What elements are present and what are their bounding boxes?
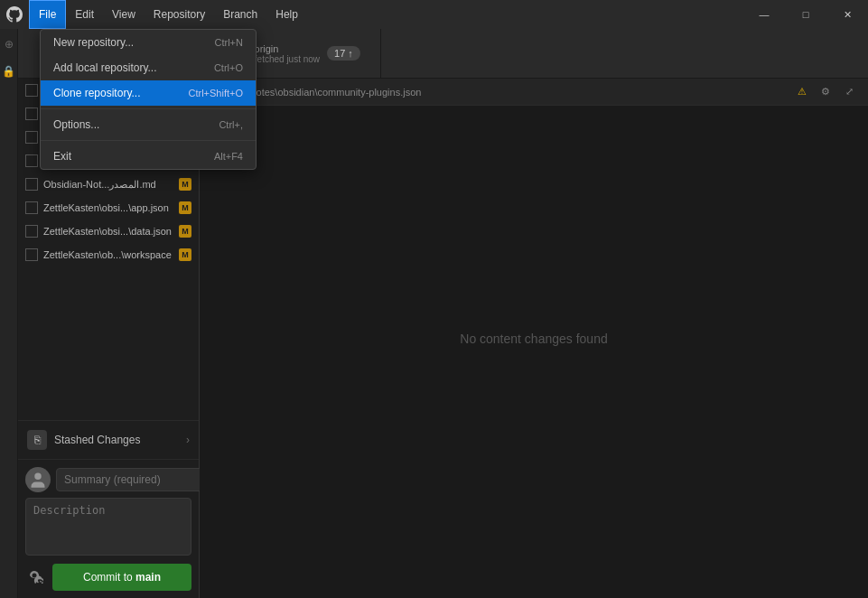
clone-shortcut: Ctrl+Shift+O xyxy=(188,88,243,98)
menu-options[interactable]: Options... Ctrl+, xyxy=(41,112,256,137)
menu-exit[interactable]: Exit Alt+F4 xyxy=(41,144,256,169)
window-controls: — □ ✕ xyxy=(743,0,868,29)
dropdown-overlay: New repository... Ctrl+N Add local repos… xyxy=(0,29,868,598)
menu-new-repository[interactable]: New repository... Ctrl+N xyxy=(41,30,256,55)
menu-help[interactable]: Help xyxy=(266,0,307,29)
app-logo xyxy=(0,0,29,29)
menu-file[interactable]: File xyxy=(29,0,66,29)
menu-add-local[interactable]: Add local repository... Ctrl+O xyxy=(41,55,256,80)
menu-edit[interactable]: Edit xyxy=(66,0,103,29)
menu-repository[interactable]: Repository xyxy=(145,0,214,29)
new-repo-label: New repository... xyxy=(53,36,134,49)
maximize-button[interactable]: □ xyxy=(785,0,826,29)
options-label: Options... xyxy=(53,118,99,131)
exit-label: Exit xyxy=(53,150,71,163)
add-local-shortcut: Ctrl+O xyxy=(214,62,243,73)
menu-view[interactable]: View xyxy=(103,0,145,29)
title-bar: File Edit View Repository Branch Help — … xyxy=(0,0,868,29)
menu-branch[interactable]: Branch xyxy=(214,0,266,29)
clone-label: Clone repository... xyxy=(53,87,141,99)
close-button[interactable]: ✕ xyxy=(826,0,868,29)
menu-divider xyxy=(41,108,256,109)
menu-divider-2 xyxy=(41,140,256,141)
minimize-button[interactable]: — xyxy=(743,0,785,29)
menu-bar: File Edit View Repository Branch Help xyxy=(29,0,307,29)
new-repo-shortcut: Ctrl+N xyxy=(215,37,243,48)
menu-clone-repository[interactable]: Clone repository... Ctrl+Shift+O xyxy=(41,80,256,106)
file-menu-dropdown: New repository... Ctrl+N Add local repos… xyxy=(40,29,257,170)
add-local-label: Add local repository... xyxy=(53,61,157,74)
exit-shortcut: Alt+F4 xyxy=(214,151,243,162)
options-shortcut: Ctrl+, xyxy=(219,119,243,130)
